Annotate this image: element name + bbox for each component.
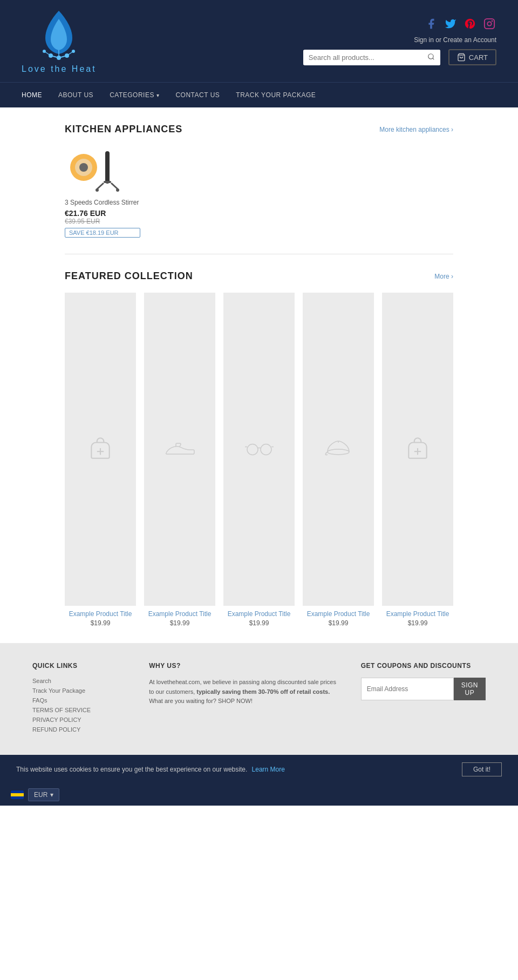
featured-item-5-image — [382, 293, 453, 606]
svg-point-11 — [487, 22, 491, 25]
featured-item-1-title[interactable]: Example Product Title — [69, 610, 132, 618]
backpack2-icon — [404, 436, 431, 463]
stirrer-image-svg — [65, 146, 135, 194]
currency-selector[interactable]: EUR ▾ — [28, 788, 59, 801]
instagram-icon[interactable] — [482, 17, 496, 31]
cart-button[interactable]: CART — [448, 49, 496, 65]
featured-item-3-title[interactable]: Example Product Title — [228, 610, 291, 618]
kitchen-more-link[interactable]: More kitchen appliances › — [379, 126, 453, 133]
main-content: KITCHEN APPLIANCES More kitchen applianc… — [54, 107, 464, 643]
featured-item-5[interactable]: Example Product Title $19.99 — [382, 293, 453, 627]
facebook-icon[interactable] — [424, 17, 438, 31]
eu-flag — [11, 790, 24, 799]
footer-link-privacy[interactable]: PRIVACY POLICY — [32, 717, 127, 723]
svg-point-12 — [492, 21, 493, 22]
featured-more-link[interactable]: More › — [434, 273, 453, 280]
svg-point-23 — [96, 188, 99, 192]
quick-links-heading: QUICK LINKS — [32, 662, 127, 670]
nav-item-categories[interactable]: CATEGORIES ▾ — [110, 83, 159, 107]
svg-point-13 — [428, 53, 433, 58]
footer-why-us: WHY US? At lovetheheat.com, we believe i… — [149, 662, 339, 736]
featured-item-4-image — [303, 293, 374, 606]
featured-grid: Example Product Title $19.99 Example Pro… — [65, 293, 453, 627]
featured-item-3-image — [223, 293, 295, 606]
featured-item-2-image — [144, 293, 215, 606]
chevron-down-icon: ▾ — [156, 92, 160, 98]
auth-or: or — [435, 36, 441, 44]
svg-rect-20 — [104, 181, 111, 183]
featured-item-4-title[interactable]: Example Product Title — [307, 610, 370, 618]
pinterest-icon[interactable] — [463, 17, 477, 31]
cart-label: CART — [469, 53, 488, 62]
search-input[interactable] — [303, 50, 422, 65]
featured-item-4-price: $19.99 — [329, 619, 349, 627]
email-input[interactable] — [361, 678, 454, 700]
footer-link-search[interactable]: Search — [32, 678, 127, 684]
footer-link-track[interactable]: Track Your Package — [32, 687, 127, 694]
svg-point-6 — [43, 50, 46, 53]
featured-section-header: FEATURED COLLECTION More › — [65, 271, 453, 282]
learn-more-link[interactable]: Learn More — [252, 766, 285, 773]
featured-item-3[interactable]: Example Product Title $19.99 — [223, 293, 295, 627]
cart-icon — [457, 53, 466, 62]
cap-icon — [325, 438, 352, 460]
featured-item-3-price: $19.99 — [249, 619, 269, 627]
kitchen-product-image — [65, 146, 135, 194]
footer-quick-links: QUICK LINKS Search Track Your Package FA… — [32, 662, 127, 736]
header-right: Sign in or Create an Account CART — [303, 17, 496, 65]
why-us-text: At lovetheheat.com, we believe in passin… — [149, 678, 339, 706]
featured-item-4[interactable]: Example Product Title $19.99 — [303, 293, 374, 627]
svg-rect-10 — [485, 19, 494, 29]
currency-chevron-icon: ▾ — [50, 791, 53, 799]
svg-line-22 — [111, 183, 118, 189]
featured-item-2[interactable]: Example Product Title $19.99 — [144, 293, 215, 627]
kitchen-section-header: KITCHEN APPLIANCES More kitchen applianc… — [65, 124, 453, 135]
logo-text: Love the Heat — [22, 64, 97, 74]
kitchen-product-original-price: €39.95 EUR — [65, 218, 140, 225]
footer-link-terms[interactable]: TERMS OF SERVICE — [32, 707, 127, 713]
featured-item-2-title[interactable]: Example Product Title — [148, 610, 212, 618]
kitchen-section-title: KITCHEN APPLIANCES — [65, 124, 182, 135]
nav-item-about-us[interactable]: ABOUT US — [58, 83, 93, 107]
featured-item-2-price: $19.99 — [170, 619, 190, 627]
svg-point-27 — [247, 444, 258, 455]
got-it-button[interactable]: Got it! — [462, 762, 502, 776]
email-signup-form: SIGN UP — [361, 678, 486, 700]
featured-item-5-title[interactable]: Example Product Title — [386, 610, 449, 618]
footer-link-faqs[interactable]: FAQs — [32, 697, 127, 704]
search-cart-row: CART — [303, 49, 496, 65]
bottom-bar: EUR ▾ — [0, 784, 518, 806]
signup-button[interactable]: SIGN UP — [454, 678, 486, 700]
logo[interactable]: Love the Heat — [22, 8, 97, 74]
svg-point-8 — [72, 50, 75, 53]
sign-in-link[interactable]: Sign in — [414, 36, 434, 44]
twitter-icon[interactable] — [444, 17, 458, 31]
auth-links: Sign in or Create an Account — [414, 36, 496, 44]
svg-rect-19 — [105, 151, 110, 184]
nav-item-track-package[interactable]: TRACK YOUR PACKAGE — [236, 83, 316, 107]
cookie-banner: This website uses cookies to ensure you … — [0, 755, 518, 784]
logo-svg — [35, 8, 83, 62]
kitchen-product[interactable]: 3 Speeds Cordless Stirrer €21.76 EUR €39… — [65, 146, 140, 238]
social-icons — [424, 17, 496, 31]
featured-item-5-price: $19.99 — [408, 619, 428, 627]
svg-point-32 — [328, 449, 349, 455]
backpack-icon — [87, 436, 114, 463]
featured-item-1[interactable]: Example Product Title $19.99 — [65, 293, 136, 627]
footer-link-refund[interactable]: REFUND POLICY — [32, 726, 127, 733]
search-button[interactable] — [422, 50, 440, 65]
kitchen-product-price: €21.76 EUR — [65, 209, 140, 218]
search-box — [303, 50, 440, 65]
svg-point-28 — [261, 444, 271, 455]
header: Love the Heat Sign in or Create an Accou… — [0, 0, 518, 82]
currency-label: EUR — [34, 791, 47, 799]
nav-item-contact-us[interactable]: CONTACT US — [175, 83, 220, 107]
featured-section-title: FEATURED COLLECTION — [65, 271, 193, 282]
svg-line-14 — [433, 58, 434, 59]
create-account-link[interactable]: Create an Account — [443, 36, 496, 44]
featured-item-1-price: $19.99 — [91, 619, 111, 627]
section-divider — [65, 254, 453, 254]
featured-item-1-image — [65, 293, 136, 606]
coupons-heading: GET COUPONS AND DISCOUNTS — [361, 662, 486, 670]
nav-item-home[interactable]: HOME — [22, 83, 42, 107]
